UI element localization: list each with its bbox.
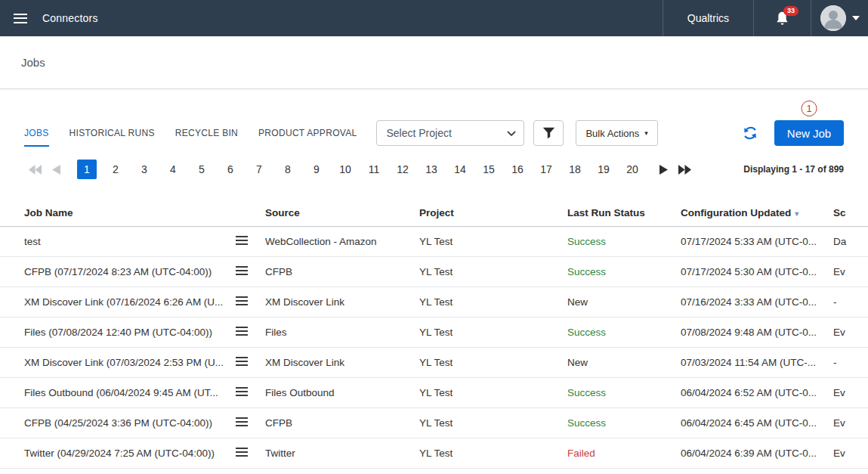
table-row: XM Discover Link (07/16/2024 6:26 AM (U.… bbox=[0, 287, 868, 318]
table-header-row: Job Name Source Project Last Run Status … bbox=[0, 200, 868, 227]
bulk-actions-button[interactable]: Bulk Actions ▾ bbox=[576, 120, 657, 146]
hamburger-icon bbox=[14, 14, 27, 23]
page-title: Jobs bbox=[21, 56, 45, 69]
schedule-cell: - bbox=[833, 357, 868, 368]
page-button-3[interactable]: 3 bbox=[134, 160, 154, 179]
pagination-summary: Displaying 1 - 17 of 899 bbox=[743, 164, 844, 175]
page-button-6[interactable]: 6 bbox=[221, 160, 240, 179]
job-name-cell[interactable]: Files (07/08/2024 12:40 PM (UTC-04:00)) bbox=[24, 327, 236, 338]
row-menu-icon[interactable] bbox=[236, 357, 248, 366]
caret-down-icon: ▾ bbox=[644, 129, 648, 137]
row-menu-icon[interactable] bbox=[236, 387, 248, 396]
page-button-11[interactable]: 11 bbox=[364, 160, 384, 179]
main-menu-button[interactable] bbox=[6, 14, 35, 23]
column-header-schedule[interactable]: Sc bbox=[833, 207, 868, 218]
row-actions-cell bbox=[236, 327, 265, 338]
table-row: testWebCollection - AmazonYL TestSuccess… bbox=[0, 227, 868, 257]
column-header-configuration-updated[interactable]: Configuration Updated▾ bbox=[681, 207, 833, 218]
page-button-12[interactable]: 12 bbox=[393, 160, 412, 179]
job-name-cell[interactable]: CFPB (04/25/2024 3:36 PM (UTC-04:00)) bbox=[24, 417, 236, 429]
source-cell: CFPB bbox=[265, 417, 419, 429]
table-row: CFPB (04/25/2024 3:36 PM (UTC-04:00))CFP… bbox=[0, 408, 868, 438]
project-cell: YL Test bbox=[419, 448, 567, 459]
page-button-17[interactable]: 17 bbox=[536, 160, 556, 179]
tab-product-approval[interactable]: PRODUCT APPROVAL bbox=[258, 119, 357, 147]
new-job-wrap: 1 New Job bbox=[774, 120, 844, 146]
page-button-9[interactable]: 9 bbox=[307, 160, 326, 179]
table-row: Files (07/08/2024 12:40 PM (UTC-04:00))F… bbox=[0, 318, 868, 348]
job-name-cell[interactable]: test bbox=[24, 236, 236, 247]
tab-jobs[interactable]: JOBS bbox=[24, 119, 49, 147]
refresh-button[interactable] bbox=[743, 125, 758, 141]
job-name-cell[interactable]: XM Discover Link (07/16/2024 6:26 AM (U.… bbox=[24, 296, 236, 308]
notification-count-badge: 33 bbox=[783, 6, 798, 16]
project-cell: YL Test bbox=[419, 357, 567, 368]
row-menu-icon[interactable] bbox=[236, 417, 248, 426]
filter-button[interactable] bbox=[533, 120, 564, 146]
tab-historical-runs[interactable]: HISTORICAL RUNS bbox=[70, 119, 155, 147]
page-button-10[interactable]: 10 bbox=[335, 160, 355, 179]
tab-recycle-bin[interactable]: RECYCLE BIN bbox=[175, 119, 238, 147]
source-cell: Files Outbound bbox=[265, 387, 419, 398]
column-header-job-name[interactable]: Job Name bbox=[24, 207, 236, 218]
table-row: XM Discover Link (07/03/2024 2:53 PM (U.… bbox=[0, 348, 868, 378]
project-select-value: Select Project bbox=[386, 127, 451, 139]
project-cell: YL Test bbox=[419, 266, 567, 277]
page-button-20[interactable]: 20 bbox=[622, 160, 642, 179]
page-button-7[interactable]: 7 bbox=[249, 160, 269, 179]
column-header-last-run-status[interactable]: Last Run Status bbox=[567, 207, 681, 218]
notifications-button[interactable]: 33 bbox=[753, 0, 811, 36]
configuration-updated-cell: 06/04/2024 6:52 AM (UTC-0... bbox=[681, 387, 833, 398]
page-button-14[interactable]: 14 bbox=[450, 160, 470, 179]
pagination-pages: 1234567891011121314151617181920 bbox=[73, 160, 647, 179]
row-menu-icon[interactable] bbox=[236, 448, 248, 457]
column-header-source[interactable]: Source bbox=[265, 207, 419, 218]
page-button-15[interactable]: 15 bbox=[479, 160, 499, 179]
configuration-updated-cell: 07/03/2024 11:54 AM (UTC-... bbox=[681, 357, 833, 368]
chevron-down-icon bbox=[507, 131, 516, 136]
row-menu-icon[interactable] bbox=[236, 327, 248, 336]
last-page-button[interactable] bbox=[674, 160, 695, 179]
first-page-button[interactable] bbox=[24, 160, 45, 179]
jobs-table-body: testWebCollection - AmazonYL TestSuccess… bbox=[0, 227, 868, 469]
annotation-marker-1: 1 bbox=[802, 101, 817, 116]
job-name-cell[interactable]: CFPB (07/17/2024 8:23 AM (UTC-04:00)) bbox=[24, 266, 236, 277]
page-button-1[interactable]: 1 bbox=[77, 160, 97, 179]
page-button-19[interactable]: 19 bbox=[594, 160, 613, 179]
page-button-8[interactable]: 8 bbox=[278, 160, 298, 179]
configuration-updated-cell: 07/16/2024 3:33 AM (UTC-0... bbox=[681, 296, 833, 308]
row-menu-icon[interactable] bbox=[236, 236, 248, 245]
account-menu[interactable] bbox=[811, 0, 868, 36]
tabs: JOBSHISTORICAL RUNSRECYCLE BINPRODUCT AP… bbox=[24, 119, 357, 147]
app-title: Connectors bbox=[42, 12, 98, 24]
source-cell: XM Discover Link bbox=[265, 357, 419, 368]
page-button-16[interactable]: 16 bbox=[508, 160, 527, 179]
job-name-cell[interactable]: Twitter (04/29/2024 7:25 AM (UTC-04:00)) bbox=[24, 448, 236, 459]
page-button-4[interactable]: 4 bbox=[163, 160, 183, 179]
sort-descending-icon[interactable]: ▾ bbox=[795, 209, 798, 218]
source-cell: XM Discover Link bbox=[265, 296, 419, 308]
row-menu-icon[interactable] bbox=[236, 296, 248, 305]
next-page-button[interactable] bbox=[653, 160, 674, 179]
source-cell: Files bbox=[265, 327, 419, 338]
page-button-13[interactable]: 13 bbox=[422, 160, 441, 179]
job-name-cell[interactable]: Files Outbound (06/04/2024 9:45 AM (UT..… bbox=[24, 387, 236, 398]
new-job-button[interactable]: New Job bbox=[774, 120, 844, 146]
column-header-project[interactable]: Project bbox=[419, 207, 567, 218]
row-menu-icon[interactable] bbox=[236, 266, 248, 275]
jobs-table: Job Name Source Project Last Run Status … bbox=[0, 200, 868, 469]
configuration-updated-cell: 06/04/2024 6:45 AM (UTC-0... bbox=[681, 417, 833, 429]
page-button-5[interactable]: 5 bbox=[192, 160, 212, 179]
brand-menu[interactable]: Qualtrics bbox=[663, 0, 753, 36]
user-icon bbox=[820, 5, 846, 31]
top-bar-right: Qualtrics 33 bbox=[663, 0, 868, 36]
page-button-18[interactable]: 18 bbox=[565, 160, 585, 179]
previous-page-button[interactable] bbox=[45, 160, 66, 179]
configuration-updated-cell: 07/08/2024 9:48 AM (UTC-0... bbox=[681, 327, 833, 338]
schedule-cell: Ev bbox=[833, 266, 868, 277]
page-button-2[interactable]: 2 bbox=[106, 160, 125, 179]
last-run-status-cell: Failed bbox=[567, 448, 681, 459]
previous-page-icon bbox=[52, 165, 60, 175]
project-select[interactable]: Select Project bbox=[376, 120, 524, 146]
job-name-cell[interactable]: XM Discover Link (07/03/2024 2:53 PM (U.… bbox=[24, 357, 236, 368]
